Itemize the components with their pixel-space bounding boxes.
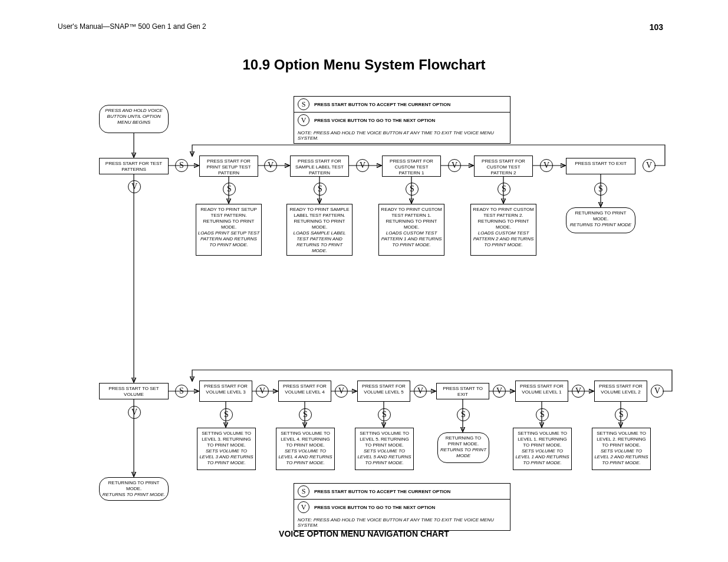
- r2-d3a: SETTING VOLUME TO LEVEL 5. RETURNING TO …: [360, 431, 409, 448]
- r1-d1: READY TO PRINT SETUP TEST PATTERN. RETUR…: [196, 204, 262, 256]
- r1-b4: PRESS START FOR CUSTOM TEST PATTERN 2: [474, 156, 533, 177]
- legend2-v-text: PRESS VOICE BUTTON TO GO TO THE NEXT OPT…: [314, 505, 435, 510]
- r2-d5a: SETTING VOLUME TO LEVEL 1. RETURNING TO …: [518, 431, 567, 448]
- r1-d3: READY TO PRINT CUSTOM TEST PATTERN 1. RE…: [378, 204, 444, 256]
- r2-v3: V: [414, 385, 427, 398]
- legend2-note: NOTE: PRESS AND HOLD THE VOICE BUTTON AT…: [294, 515, 510, 530]
- doc-header-left: User's Manual—SNAP™ 500 Gen 1 and Gen 2: [58, 22, 206, 31]
- r2-d1: SETTING VOLUME TO LEVEL 3. RETURNING TO …: [197, 428, 256, 470]
- r1-b0: PRESS START FOR TEST PATTERNS: [99, 158, 169, 174]
- r2-b2: PRESS START FOR VOLUME LEVEL 4: [278, 381, 331, 402]
- r1-s3: S: [406, 183, 419, 196]
- r2-v1: V: [256, 385, 269, 398]
- r2-b1: PRESS START FOR VOLUME LEVEL 3: [199, 381, 252, 402]
- r2-d4: RETURNING TO PRINT MODE. RETURNS TO PRIN…: [437, 432, 489, 463]
- r2-d2a: SETTING VOLUME TO LEVEL 4. RETURNING TO …: [281, 431, 330, 448]
- r2-d6a: SETTING VOLUME TO LEVEL 2. RETURNING TO …: [597, 431, 646, 448]
- r2-d3b: SETS VOLUME TO LEVEL 5 AND RETURNS TO PR…: [357, 448, 411, 465]
- r1-v0: V: [128, 180, 141, 193]
- r2-s3: S: [378, 408, 391, 421]
- legend-v-icon: V: [298, 114, 309, 126]
- legend-s-icon: S: [298, 98, 309, 110]
- r2-b5: PRESS START FOR VOLUME LEVEL 1: [515, 381, 568, 402]
- legend-v-text: PRESS VOICE BUTTON TO GO TO THE NEXT OPT…: [314, 118, 435, 123]
- r1-s5: S: [594, 183, 607, 196]
- r2-v4: V: [493, 385, 506, 398]
- r2-d1b: SETS VOLUME TO LEVEL 3 AND RETURNS TO PR…: [199, 448, 253, 465]
- r2-d5: SETTING VOLUME TO LEVEL 1. RETURNING TO …: [513, 428, 572, 470]
- r2-d6b: SETS VOLUME TO LEVEL 2 AND RETURNS TO PR…: [594, 448, 648, 465]
- r1-b5: PRESS START TO EXIT: [566, 158, 635, 174]
- r2-v2: V: [335, 385, 348, 398]
- r1-d1a: READY TO PRINT SETUP TEST PATTERN. RETUR…: [200, 207, 256, 230]
- r2-v0: V: [128, 406, 141, 419]
- r2-v5: V: [572, 385, 585, 398]
- r1-b3: PRESS START FOR CUSTOM TEST PATTERN 1: [382, 156, 441, 177]
- r2-s2: S: [299, 408, 312, 421]
- r2-b4: PRESS START TO EXIT: [436, 383, 489, 399]
- legend-bottom: SPRESS START BUTTON TO ACCEPT THE CURREN…: [294, 483, 510, 531]
- r3-pill: RETURNING TO PRINT MODE. RETURNS TO PRIN…: [99, 477, 169, 501]
- r1-d1b: LOADS PRINT SETUP TEST PATTERN AND RETUR…: [198, 230, 260, 247]
- r1-d2: READY TO PRINT SAMPLE LABEL TEST PATTERN…: [286, 204, 353, 256]
- r2-d1a: SETTING VOLUME TO LEVEL 3. RETURNING TO …: [202, 431, 251, 448]
- r1-s2: S: [314, 183, 327, 196]
- r1-s1: S: [223, 183, 236, 196]
- legend2-s-icon: S: [298, 485, 309, 497]
- r1-s0: S: [175, 159, 188, 172]
- legend-s-text: PRESS START BUTTON TO ACCEPT THE CURRENT…: [314, 102, 450, 107]
- footer-title: VOICE OPTION MENU NAVIGATION CHART: [0, 529, 728, 538]
- r1-d2a: READY TO PRINT SAMPLE LABEL TEST PATTERN…: [289, 207, 349, 230]
- r1-v2: V: [356, 159, 369, 172]
- r1-b1: PRESS START FOR PRINT SETUP TEST PATTERN: [199, 156, 258, 177]
- r2-d4a: RETURNING TO PRINT MODE.: [446, 435, 482, 447]
- section-title: 10.9 Option Menu System Flowchart: [0, 57, 728, 73]
- r1-exit-b: RETURNS TO PRINT MODE: [570, 222, 631, 227]
- legend2-v-icon: V: [298, 501, 309, 513]
- r3-a: RETURNING TO PRINT MODE.: [108, 480, 160, 491]
- r2-s4: S: [457, 408, 470, 421]
- r1-exit-a: RETURNING TO PRINT MODE.: [575, 210, 627, 222]
- legend2-s-text: PRESS START BUTTON TO ACCEPT THE CURRENT…: [314, 489, 450, 494]
- r1-d3b: LOADS CUSTOM TEST PATTERN 1 AND RETURNS …: [381, 230, 442, 247]
- r1-v5: V: [643, 159, 655, 172]
- r2-s0: S: [175, 385, 188, 398]
- legend-top: SPRESS START BUTTON TO ACCEPT THE CURREN…: [294, 96, 510, 144]
- r1-b2: PRESS START FOR SAMPLE LABEL TEST PATTER…: [290, 156, 349, 177]
- r3-b: RETURNS TO PRINT MODE.: [103, 492, 166, 497]
- r2-v6: V: [651, 385, 664, 398]
- r2-d4b: RETURNS TO PRINT MODE: [440, 447, 486, 458]
- r1-v1: V: [264, 159, 277, 172]
- r2-b3: PRESS START FOR VOLUME LEVEL 5: [357, 381, 410, 402]
- r1-v4: V: [540, 159, 553, 172]
- r2-b6: PRESS START FOR VOLUME LEVEL 2: [594, 381, 647, 402]
- r2-s6: S: [615, 408, 628, 421]
- page-number: 103: [650, 22, 663, 32]
- r1-v3: V: [448, 159, 461, 172]
- r1-d4: READY TO PRINT CUSTOM TEST PATTERN 2. RE…: [470, 204, 536, 256]
- r1-d4a: READY TO PRINT CUSTOM TEST PATTERN 2. RE…: [473, 207, 533, 230]
- r2-s5: S: [536, 408, 549, 421]
- r1-d3a: READY TO PRINT CUSTOM TEST PATTERN 1. RE…: [381, 207, 442, 230]
- r1-exit-pill: RETURNING TO PRINT MODE. RETURNS TO PRIN…: [566, 207, 635, 233]
- r2-d2: SETTING VOLUME TO LEVEL 4. RETURNING TO …: [276, 428, 335, 470]
- r2-d3: SETTING VOLUME TO LEVEL 5. RETURNING TO …: [355, 428, 414, 470]
- r2-b0: PRESS START TO SET VOLUME: [99, 383, 169, 399]
- r1-s4: S: [498, 183, 510, 196]
- r2-d6: SETTING VOLUME TO LEVEL 2. RETURNING TO …: [592, 428, 651, 470]
- legend-note: NOTE: PRESS AND HOLD THE VOICE BUTTON AT…: [294, 128, 510, 143]
- r1-d4b: LOADS CUSTOM TEST PATTERN 2 AND RETURNS …: [473, 230, 534, 247]
- start-pill: PRESS AND HOLD VOICE BUTTON UNTIL OPTION…: [99, 105, 169, 133]
- r2-s1: S: [220, 408, 233, 421]
- r1-d2b: LOADS SAMPLE LABEL TEST PATTERN AND RETU…: [294, 230, 346, 253]
- r2-d2b: SETS VOLUME TO LEVEL 4 AND RETURNS TO PR…: [278, 448, 332, 465]
- r2-d5b: SETS VOLUME TO LEVEL 1 AND RETURNS TO PR…: [515, 448, 569, 465]
